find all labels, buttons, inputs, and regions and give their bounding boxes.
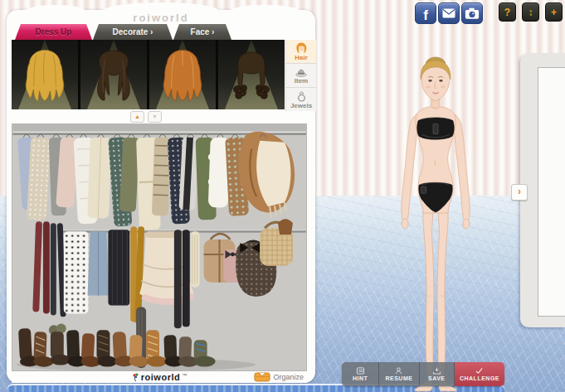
resume-label: RESUME: [385, 375, 412, 381]
save-label: SAVE: [428, 375, 446, 381]
footer-trademark: ™: [182, 373, 187, 378]
category-column: Hair Item Jewels: [285, 40, 316, 111]
footer-logo-text: roiworld: [141, 373, 180, 382]
category-jewels-label: Jewels: [290, 103, 312, 109]
category-jewels[interactable]: Jewels: [286, 88, 316, 111]
slot-pager: ▲ ▼: [130, 111, 162, 123]
facebook-button[interactable]: f: [415, 2, 436, 24]
hair-slot-long-wavy-dark-brown[interactable]: [80, 40, 147, 109]
tab-dress-up[interactable]: Dress Up: [15, 24, 92, 40]
camera-icon: [465, 7, 480, 20]
action-bar: HINT RESUME SAVE CHALLENGE: [342, 362, 504, 386]
organize-label: Organize: [273, 373, 304, 381]
email-icon: [442, 8, 455, 18]
save-icon: [432, 367, 441, 375]
game-stage: › f ? ↕ + roiworld Dress U: [0, 0, 565, 392]
organize-button[interactable]: Organize: [254, 371, 304, 382]
closet-illustration: [12, 124, 306, 370]
closet[interactable]: [12, 123, 307, 371]
hint-label: HINT: [353, 375, 368, 381]
roiworld-footer-logo: roiworld ™: [132, 373, 187, 382]
pager-down-button[interactable]: ▼: [148, 111, 162, 123]
tray-expand-button[interactable]: ›: [511, 184, 528, 201]
hair-icon: [295, 41, 308, 55]
hair-slot-long-wavy-auburn[interactable]: [149, 40, 216, 109]
auburn-wavy-hair: [153, 42, 212, 107]
snapshot-button[interactable]: [461, 2, 483, 24]
window-controls: ? ↕ +: [499, 2, 563, 22]
panel-footer: roiworld ™ Organize: [12, 371, 307, 383]
category-hair[interactable]: Hair: [286, 40, 316, 64]
dark-brown-hair: [85, 42, 143, 107]
organize-shirt-icon: [254, 371, 270, 382]
help-button[interactable]: ?: [499, 2, 516, 22]
blonde-wavy-hair: [16, 42, 74, 107]
hair-slot-long-wavy-blonde[interactable]: [12, 40, 78, 109]
category-item-label: Item: [295, 78, 308, 85]
email-button[interactable]: [438, 2, 460, 24]
resume-button[interactable]: RESUME: [379, 362, 419, 386]
roiworld-leaf-icon: [132, 373, 139, 382]
pager-up-button[interactable]: ▲: [130, 111, 144, 123]
challenge-button[interactable]: CHALLENGE: [455, 362, 504, 386]
category-item[interactable]: Item: [286, 64, 316, 88]
resume-icon: [394, 367, 403, 375]
challenge-label: CHALLENGE: [460, 375, 499, 381]
hint-button[interactable]: HINT: [342, 362, 379, 386]
hair-slot-curly-pigtails-brown[interactable]: [218, 40, 285, 109]
resize-button[interactable]: ↕: [522, 2, 539, 22]
panel-logo-roiworld: roiworld: [7, 12, 315, 24]
ring-icon: [295, 90, 308, 103]
doll[interactable]: [363, 55, 509, 392]
tab-decorate[interactable]: Decorate ›: [93, 24, 173, 40]
side-tray-inner[interactable]: [538, 67, 565, 317]
category-hair-label: Hair: [295, 55, 308, 61]
facebook-icon: f: [423, 8, 428, 22]
social-toolbar: f: [415, 2, 483, 24]
challenge-check-icon: [475, 367, 484, 375]
brown-pigtails-hair: [222, 42, 280, 107]
add-button[interactable]: +: [545, 2, 563, 22]
hat-icon: [295, 66, 308, 78]
bikini-top: [417, 118, 455, 139]
hair-slot-row: [12, 40, 285, 109]
save-button[interactable]: SAVE: [420, 362, 455, 386]
tab-face[interactable]: Face ›: [173, 24, 231, 40]
hint-icon: [356, 367, 365, 375]
